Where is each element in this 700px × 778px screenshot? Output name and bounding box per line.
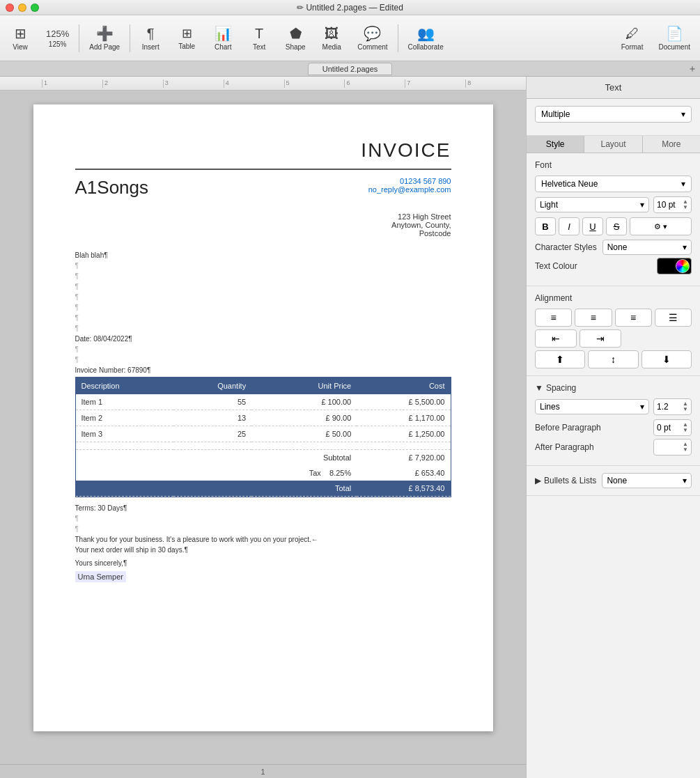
bold-button[interactable]: B (535, 217, 556, 235)
tax-value: £ 653.40 (357, 465, 450, 481)
comment-button[interactable]: 💬 Comment (350, 20, 394, 57)
para-2: ¶ (75, 272, 451, 280)
company-email[interactable]: no_reply@example.com (368, 185, 451, 194)
doc-scroll[interactable]: INVOICE A1Songs 01234 567 890 no_reply@e… (0, 91, 526, 764)
font-format-row: B I U S ⚙ ▾ (535, 217, 692, 235)
indent-decrease-button[interactable]: ⇤ (535, 329, 577, 348)
para-7: ¶ (75, 325, 451, 332)
invoice-date: Date: 08/04/2022¶ (75, 335, 451, 343)
page[interactable]: INVOICE A1Songs 01234 567 890 no_reply@e… (33, 104, 493, 731)
company-phone[interactable]: 01234 567 890 (368, 177, 451, 185)
before-paragraph-row: Before Paragraph 0 pt ▲ ▼ (535, 419, 692, 436)
tab-more[interactable]: More (643, 136, 700, 153)
media-button[interactable]: 🖼 Media (314, 20, 349, 57)
before-down[interactable]: ▼ (683, 428, 688, 433)
underline-button[interactable]: U (582, 217, 603, 235)
window-controls[interactable] (6, 3, 39, 12)
bullets-row: ▶ Bullets & Lists None ▾ (535, 473, 692, 488)
char-style-dropdown[interactable]: None ▾ (602, 240, 692, 255)
table-row[interactable]: Item 2 13 £ 90.00 £ 1,170.00 (76, 410, 451, 426)
add-tab-button[interactable]: ＋ (687, 63, 697, 75)
align-justify-button[interactable]: ☰ (655, 309, 692, 327)
invoice-number: Invoice Number: 67890¶ (75, 366, 451, 374)
strikethrough-button[interactable]: S (606, 217, 627, 235)
font-size-input[interactable]: 10 pt ▲ ▼ (653, 196, 692, 213)
font-style-dropdown[interactable]: Light ▾ (535, 197, 649, 212)
align-center-button[interactable]: ≡ (575, 309, 612, 327)
indent-increase-button[interactable]: ⇥ (580, 329, 621, 348)
close-button[interactable] (6, 3, 14, 12)
item-2-cost: £ 1,170.00 (357, 410, 450, 426)
spacing-title-text: Spacing (546, 383, 576, 393)
text-label: Text (253, 43, 265, 51)
after-paragraph-input[interactable]: ▲ ▼ (653, 439, 692, 456)
align-right-button[interactable]: ≡ (615, 309, 652, 327)
text-button[interactable]: T Text (242, 20, 277, 57)
company-contact: 01234 567 890 no_reply@example.com (368, 177, 451, 194)
total-empty-2 (173, 481, 251, 497)
text-color-swatch[interactable] (657, 258, 692, 274)
body-text-content: Blah blah¶ (75, 251, 108, 259)
lines-down[interactable]: ▼ (683, 407, 688, 412)
before-paragraph-input[interactable]: 0 pt ▲ ▼ (653, 419, 692, 436)
comment-icon: 💬 (364, 25, 381, 42)
table-button[interactable]: ⊞ Table (169, 20, 204, 57)
format-button[interactable]: 🖊 Format (614, 20, 651, 57)
view-button[interactable]: ⊞ View (3, 20, 38, 57)
ruler-mark-6: 6 (344, 79, 405, 88)
document-tab[interactable]: Untitled 2.pages (308, 63, 393, 75)
collaborate-icon: 👥 (417, 25, 435, 42)
tab-style[interactable]: Style (527, 136, 584, 153)
col-unit-price: Unit Price (251, 378, 357, 394)
lines-input[interactable]: 1.2 ▲ ▼ (653, 398, 692, 415)
valign-middle-button[interactable]: ↕ (588, 350, 638, 368)
document-button[interactable]: 📄 Document (651, 20, 697, 57)
bullets-dropdown[interactable]: None ▾ (602, 473, 692, 488)
table-row[interactable]: Item 1 55 £ 100.00 £ 5,500.00 (76, 394, 451, 410)
align-left-button[interactable]: ≡ (535, 309, 572, 327)
shape-icon: ⬟ (290, 25, 302, 42)
valign-top-button[interactable]: ⬆ (535, 350, 585, 368)
right-panel: Text Multiple ▾ Style Layout More Font (526, 77, 700, 778)
font-family-dropdown[interactable]: Helvetica Neue ▾ (535, 176, 692, 192)
main-area: 1 2 3 4 5 6 7 8 INVOICE A1Songs 01234 56… (0, 77, 700, 778)
tab-layout[interactable]: Layout (584, 136, 642, 153)
valign-bottom-button[interactable]: ⬇ (641, 350, 692, 368)
format-icon: 🖊 (625, 26, 639, 42)
after-down[interactable]: ▼ (683, 447, 688, 453)
body-text[interactable]: Blah blah¶ (75, 251, 451, 259)
maximize-button[interactable] (31, 3, 39, 12)
view-icon: ⊞ (15, 25, 26, 42)
ruler-mark-4: 4 (224, 79, 284, 88)
font-family-value: Helvetica Neue (541, 179, 598, 189)
ruler-mark-2: 2 (102, 79, 163, 88)
total-row: Total £ 8,573.40 (76, 481, 451, 497)
lines-dropdown[interactable]: Lines ▾ (535, 399, 649, 414)
insert-button[interactable]: ¶ Insert (133, 20, 168, 57)
document-label: Document (658, 43, 690, 51)
chart-button[interactable]: 📊 Chart (205, 20, 240, 57)
table-row[interactable]: Item 3 25 £ 50.00 £ 1,250.00 (76, 426, 451, 442)
col-cost: Cost (357, 378, 450, 394)
format-more-button[interactable]: ⚙ ▾ (630, 217, 692, 235)
after-paragraph-stepper[interactable]: ▲ ▼ (683, 442, 688, 453)
shape-button[interactable]: ⬟ Shape (278, 20, 313, 57)
collaborate-button[interactable]: 👥 Collaborate (401, 20, 451, 57)
style-dropdown[interactable]: Multiple ▾ (535, 106, 692, 123)
separator-3 (398, 24, 398, 52)
minimize-button[interactable] (18, 3, 26, 12)
para-4: ¶ (75, 293, 451, 301)
font-size-stepper[interactable]: ▲ ▼ (683, 199, 688, 210)
alignment-grid: ≡ ≡ ≡ ☰ ⇤ ⇥ ⬆ ↕ ⬇ (535, 309, 692, 368)
before-paragraph-stepper[interactable]: ▲ ▼ (683, 422, 688, 433)
font-size-down[interactable]: ▼ (683, 205, 688, 210)
italic-button[interactable]: I (559, 217, 580, 235)
footer-line1: Thank you for your business. It's a plea… (75, 536, 451, 543)
add-page-button[interactable]: ➕ Add Page (82, 20, 127, 57)
item-2-qty: 13 (173, 410, 251, 426)
sub-empty-2 (173, 450, 251, 466)
before-paragraph-value: 0 pt (657, 423, 671, 433)
table-icon: ⊞ (182, 26, 192, 41)
lines-stepper[interactable]: ▲ ▼ (683, 401, 688, 412)
zoom-button[interactable]: 125% 125% (39, 20, 76, 57)
